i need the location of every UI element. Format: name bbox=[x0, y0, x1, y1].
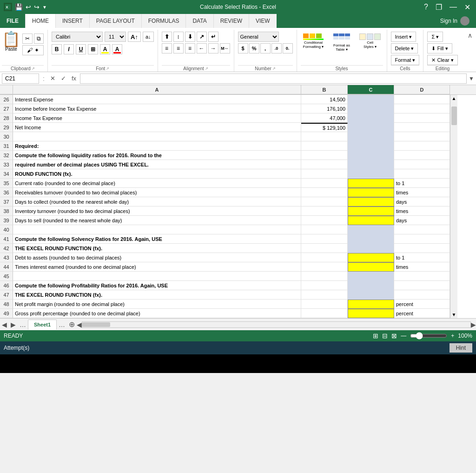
align-left-btn[interactable]: ≡ bbox=[162, 43, 172, 53]
scroll-tabs-left-btn[interactable]: ◀ bbox=[0, 321, 9, 328]
cell-d42[interactable] bbox=[394, 244, 450, 253]
cell-c28[interactable] bbox=[348, 113, 394, 123]
alignment-expand-icon[interactable]: ↗ bbox=[205, 67, 208, 71]
align-middle-btn[interactable]: ↕ bbox=[173, 32, 184, 42]
cell-b34[interactable] bbox=[301, 169, 348, 179]
cell-d49[interactable]: percent bbox=[394, 309, 450, 318]
cell-b37[interactable] bbox=[301, 197, 348, 207]
cell-b41[interactable] bbox=[301, 234, 348, 244]
col-header-c[interactable]: C bbox=[348, 85, 394, 94]
cell-d32[interactable] bbox=[394, 151, 450, 160]
cell-d47[interactable] bbox=[394, 290, 450, 300]
cell-c40[interactable] bbox=[348, 225, 394, 234]
cell-a39[interactable]: Days to sell (rounded to the nearest who… bbox=[13, 216, 301, 225]
borders-btn[interactable]: ⊞ bbox=[88, 44, 98, 54]
redo-icon[interactable]: ↪ bbox=[34, 3, 40, 11]
increase-decimal-btn[interactable]: .0 bbox=[271, 43, 282, 53]
vertical-scrollbar[interactable]: ▲ ▼ bbox=[450, 95, 457, 318]
close-btn[interactable]: ✕ bbox=[463, 3, 472, 12]
cell-c32[interactable] bbox=[348, 151, 394, 160]
horizontal-scrollbar[interactable]: ◀ ▶ bbox=[77, 319, 476, 330]
cell-a28[interactable]: Income Tax Expense bbox=[13, 113, 301, 123]
fill-btn[interactable]: ⬇ Fill ▾ bbox=[427, 43, 452, 53]
cell-a35[interactable]: Current ratio (rounded to one decimal pl… bbox=[13, 179, 301, 188]
cell-c47[interactable] bbox=[348, 290, 394, 300]
cell-b49[interactable] bbox=[301, 309, 348, 318]
cell-b45[interactable] bbox=[301, 272, 348, 281]
cell-d46[interactable] bbox=[394, 281, 450, 290]
scroll-left-btn[interactable]: ◀ bbox=[77, 321, 82, 328]
italic-btn[interactable]: I bbox=[64, 44, 74, 54]
cell-b26[interactable]: 14,500 bbox=[301, 95, 348, 104]
scroll-tabs-right-btn[interactable]: ▶ bbox=[9, 321, 18, 328]
tab-formulas[interactable]: FORMULAS bbox=[141, 14, 186, 28]
clear-btn[interactable]: ✕ Clear ▾ bbox=[427, 55, 457, 65]
number-expand-icon[interactable]: ↗ bbox=[272, 67, 276, 71]
cell-b39[interactable] bbox=[301, 216, 348, 225]
cell-a38[interactable]: Inventory turnover (rounded to two decim… bbox=[13, 207, 301, 216]
name-box[interactable] bbox=[2, 73, 39, 84]
minimize-btn[interactable]: — bbox=[448, 3, 459, 11]
tab-home[interactable]: HOME bbox=[25, 14, 55, 28]
cell-b36[interactable] bbox=[301, 188, 348, 197]
cell-a40[interactable] bbox=[13, 225, 301, 234]
cell-d43[interactable]: to 1 bbox=[394, 253, 450, 262]
cell-a48[interactable]: Net profit margin (rounded to one decima… bbox=[13, 300, 301, 309]
cell-a49[interactable]: Gross profit percentage (rounded to one … bbox=[13, 309, 301, 318]
cell-d39[interactable]: days bbox=[394, 216, 450, 225]
cell-a32[interactable]: Compute the following liquidity ratios f… bbox=[13, 151, 301, 160]
tab-insert[interactable]: INSERT bbox=[55, 14, 89, 28]
cell-d44[interactable]: times bbox=[394, 262, 450, 272]
cell-a26[interactable]: Interest Expense bbox=[13, 95, 301, 104]
align-center-btn[interactable]: ≡ bbox=[173, 43, 184, 53]
cell-b31[interactable] bbox=[301, 141, 348, 151]
cell-d38[interactable]: times bbox=[394, 207, 450, 216]
cell-c34[interactable] bbox=[348, 169, 394, 179]
save-icon[interactable]: 💾 bbox=[15, 3, 23, 11]
conditional-formatting-btn[interactable]: ConditionalFormatting ▾ bbox=[301, 32, 326, 51]
number-format-select[interactable]: General bbox=[238, 32, 279, 42]
expand-ribbon-btn[interactable]: ∧ bbox=[466, 30, 474, 72]
cell-c38[interactable] bbox=[348, 207, 394, 216]
increase-indent-btn[interactable]: → bbox=[208, 43, 218, 53]
cell-d40[interactable] bbox=[394, 225, 450, 234]
confirm-formula-btn[interactable]: ✓ bbox=[59, 75, 68, 82]
cell-b35[interactable] bbox=[301, 179, 348, 188]
cell-c37[interactable] bbox=[348, 197, 394, 207]
undo-icon[interactable]: ↩ bbox=[26, 3, 31, 11]
cell-c45[interactable] bbox=[348, 272, 394, 281]
cell-a42[interactable]: THE EXCEL ROUND FUNCTION (fx). bbox=[13, 244, 301, 253]
align-top-btn[interactable]: ⬆ bbox=[162, 32, 172, 42]
cell-c49[interactable] bbox=[348, 309, 394, 318]
cell-d41[interactable] bbox=[394, 234, 450, 244]
cell-b42[interactable] bbox=[301, 244, 348, 253]
sign-in-btn[interactable]: Sign In bbox=[434, 14, 476, 28]
cell-c42[interactable] bbox=[348, 244, 394, 253]
align-right-btn[interactable]: ≡ bbox=[185, 43, 195, 53]
cell-c39[interactable] bbox=[348, 216, 394, 225]
add-sheet-btn[interactable]: ⊕ bbox=[67, 320, 77, 329]
cell-d33[interactable] bbox=[394, 160, 450, 169]
cell-a30[interactable] bbox=[13, 132, 301, 141]
delete-cells-btn[interactable]: Delete ▾ bbox=[391, 43, 418, 53]
col-header-b[interactable]: B bbox=[301, 85, 348, 94]
customize-icon[interactable]: ▼ bbox=[42, 5, 47, 10]
scroll-tabs-end-btn[interactable]: … bbox=[18, 321, 28, 328]
page-break-btn[interactable]: ⊠ bbox=[391, 332, 397, 340]
cell-a45[interactable] bbox=[13, 272, 301, 281]
cell-b32[interactable] bbox=[301, 151, 348, 160]
scroll-up-btn[interactable]: ▲ bbox=[451, 95, 457, 102]
tab-data[interactable]: DATA bbox=[185, 14, 213, 28]
col-header-a[interactable]: A bbox=[13, 85, 301, 94]
scroll-thumb[interactable] bbox=[451, 107, 457, 125]
decrease-decimal-btn[interactable]: 0. bbox=[283, 43, 293, 53]
hint-btn[interactable]: Hint bbox=[450, 343, 472, 353]
fx-btn[interactable]: fx bbox=[70, 75, 78, 82]
cut-btn[interactable]: ✂ bbox=[22, 33, 33, 44]
cell-a37[interactable]: Days to collect (rounded to the nearest … bbox=[13, 197, 301, 207]
cell-a29[interactable]: Net Income bbox=[13, 123, 301, 132]
format-cells-btn[interactable]: Format ▾ bbox=[391, 55, 420, 65]
font-name-select[interactable]: Calibri bbox=[52, 32, 103, 42]
cell-d35[interactable]: to 1 bbox=[394, 179, 450, 188]
cell-styles-btn[interactable]: CellStyles ▾ bbox=[357, 32, 383, 51]
